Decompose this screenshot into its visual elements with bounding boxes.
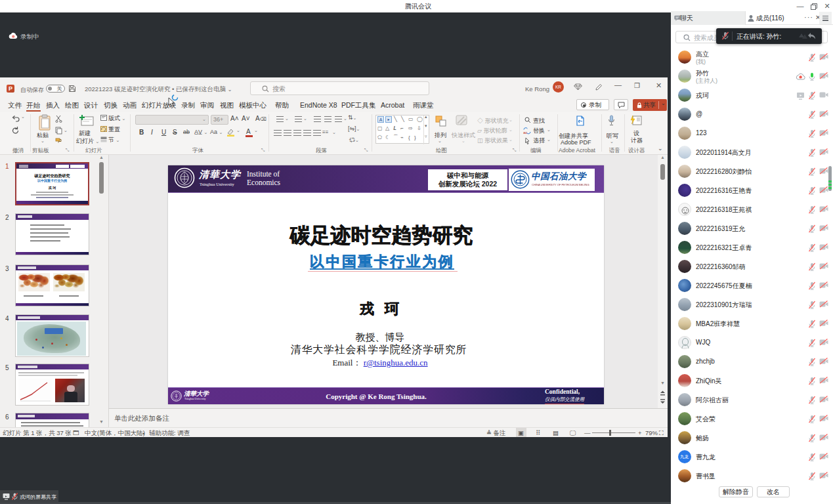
svg-text:ac: ac	[523, 131, 527, 135]
